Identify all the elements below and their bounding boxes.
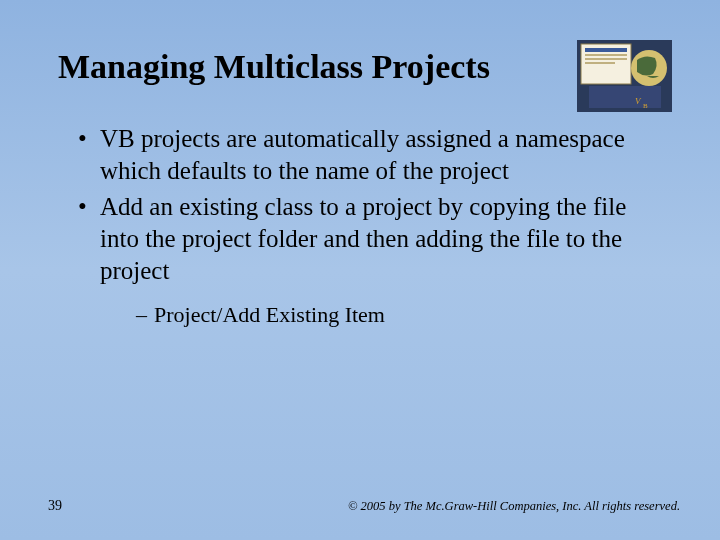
- bullet-item: VB projects are automatically assigned a…: [78, 123, 662, 187]
- svg-rect-7: [589, 86, 661, 108]
- logo-vb-globe-icon: V B: [577, 40, 672, 112]
- sub-bullet-list: Project/Add Existing Item: [100, 301, 662, 329]
- slide-title: Managing Multiclass Projects: [58, 48, 662, 85]
- svg-rect-2: [585, 48, 627, 52]
- sub-bullet-item: Project/Add Existing Item: [136, 301, 662, 329]
- svg-rect-3: [585, 54, 627, 56]
- svg-rect-5: [585, 62, 615, 64]
- svg-rect-4: [585, 58, 627, 60]
- bullet-list: VB projects are automatically assigned a…: [58, 123, 662, 329]
- bullet-item: Add an existing class to a project by co…: [78, 191, 662, 329]
- svg-text:B: B: [643, 102, 648, 110]
- bullet-text: Add an existing class to a project by co…: [100, 193, 626, 284]
- slide: V B Managing Multiclass Projects VB proj…: [0, 0, 720, 540]
- page-number: 39: [48, 498, 62, 514]
- copyright-text: © 2005 by The Mc.Graw-Hill Companies, In…: [348, 499, 680, 514]
